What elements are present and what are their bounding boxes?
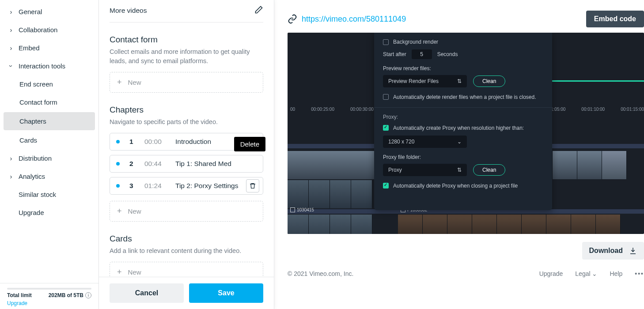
auto-delete-proxy-checkbox[interactable]: Automatically delete Proxy when closing … [383,182,543,190]
nav-collaboration[interactable]: ›Collaboration [0,21,98,39]
upgrade-link[interactable]: Upgrade [7,300,91,306]
preview-pane: https://vimeo.com/580111049 Embed code 0… [274,0,644,309]
proxy-folder-select[interactable]: Proxy⇅ [383,164,467,176]
delete-tooltip: Delete [234,137,265,151]
more-icon[interactable]: ••• [635,270,644,277]
add-card-button[interactable]: +New [110,262,263,277]
add-contact-form-button[interactable]: +New [110,72,263,93]
nav-contact-form[interactable]: Contact form [0,93,98,111]
storage-footer: Total limit202MB of 5TBi Upgrade [0,283,98,309]
clip-thumb [447,215,472,234]
video-url[interactable]: https://vimeo.com/580111049 [302,15,406,24]
clip-thumb [571,215,596,234]
limit-value: 202MB of 5TB [49,292,83,298]
clip-thumb [497,215,522,234]
background-render-checkbox[interactable]: Background render [383,39,543,45]
nav-distribution[interactable]: ›Distribution [0,149,98,167]
clip-thumb [309,215,330,234]
chevron-down-icon: ⌄ [457,139,462,145]
footer-upgrade[interactable]: Upgrade [539,270,563,277]
nav-analytics[interactable]: ›Analytics [0,167,98,185]
save-button[interactable]: Save [189,283,263,303]
clean-proxy-button[interactable]: Clean [473,164,505,176]
chapter-row[interactable]: 2 00:44 Tip 1: Shared Med Delete [110,155,263,173]
nav-general[interactable]: ›General [0,3,98,21]
chapters-desc: Navigate to specific parts of the video. [110,117,263,127]
clip-thumb [553,151,577,179]
delete-chapter-button[interactable] [246,179,259,192]
timeline-ruler: 00:01:05:0000:01:10:0000:01:15:00 [542,107,644,115]
info-icon[interactable]: i [85,292,91,298]
playhead-bar [551,80,644,82]
chapter-row[interactable]: 3 01:24 Tip 2: Porxy Settings [110,177,263,195]
clip-thumb [472,215,497,234]
auto-delete-render-checkbox[interactable]: Automatically delete render files when a… [383,94,543,101]
nav-chapters[interactable]: Chapters [4,112,95,130]
clip-label: 1030415 [290,207,314,212]
trash-icon [249,182,256,189]
preview-render-select[interactable]: Preview Render Files⇅ [383,75,467,87]
nav-cards[interactable]: Cards [0,131,98,149]
footer-legal[interactable]: Legal ⌄ [575,270,597,277]
nav-interaction-tools[interactable]: ›Interaction tools [0,57,98,75]
chapters-title: Chapters [110,105,263,115]
clip-thumb [288,215,309,234]
clip-thumb [596,215,621,234]
clip-thumb [423,215,447,234]
video-player[interactable]: 0000:00:25:0000:00:30:0000:00:35:00 00:0… [288,33,644,234]
chapter-list: 1 00:00 Introduction 2 00:44 Tip 1: Shar… [110,133,263,195]
clip-thumb [522,215,546,234]
footer-help[interactable]: Help [610,270,622,277]
resolution-select[interactable]: 1280 x 720⌄ [383,136,467,148]
cards-title: Cards [110,234,263,244]
chevron-right-icon: › [8,44,14,52]
clip-thumb [546,215,571,234]
image-icon [290,207,295,212]
clip-thumb [398,215,423,234]
chapter-dot-icon [116,162,120,166]
chapter-dot-icon [116,184,120,188]
nav-end-screen[interactable]: End screen [0,75,98,93]
limit-label: Total limit [7,292,32,298]
copyright: © 2021 Vimeo.com, Inc. [288,270,353,277]
link-icon [288,14,297,24]
add-chapter-button[interactable]: +New [110,201,263,222]
plus-icon: + [117,78,122,87]
nav-embed[interactable]: ›Embed [0,39,98,57]
chevron-down-icon: › [8,63,15,69]
nav-upgrade[interactable]: Upgrade [0,203,98,222]
page-footer: © 2021 Vimeo.com, Inc. Upgrade Legal ⌄ H… [288,260,644,277]
clip-thumb [351,215,372,234]
edit-icon[interactable] [254,5,263,16]
nav-similar-stock[interactable]: Similar stock [0,185,98,203]
settings-panel: More videos Contact form Collect emails … [99,0,274,309]
sidebar: ›General ›Collaboration ›Embed ›Interact… [0,0,99,309]
chevron-right-icon: › [8,154,14,162]
auto-proxy-checkbox[interactable]: Automatically create Proxy when resoluti… [383,124,543,132]
clip-thumb [330,180,351,208]
clip-thumb [577,151,602,179]
clip-thumb [288,180,309,208]
cards-desc: Add a link to relevant content during th… [110,246,263,256]
storage-bar [7,288,91,290]
render-settings-panel: Background render Start afterSeconds Pre… [374,33,552,210]
embed-code-button[interactable]: Embed code [586,11,644,27]
contact-form-desc: Collect emails and more information to g… [110,47,263,66]
clip-thumb [309,180,330,208]
contact-form-title: Contact form [110,35,263,45]
start-after-input[interactable] [412,49,432,59]
clip-thumb [602,151,627,179]
download-button[interactable]: Download [582,242,644,260]
chevron-down-icon: ⌄ [592,270,597,277]
download-icon [629,247,637,255]
chapter-dot-icon [116,140,120,143]
chevron-right-icon: › [8,8,14,15]
cancel-button[interactable]: Cancel [110,283,184,303]
plus-icon: + [117,207,122,216]
clean-render-button[interactable]: Clean [473,75,505,87]
updown-icon: ⇅ [457,167,462,173]
clip-thumb [351,180,372,208]
updown-icon: ⇅ [457,78,462,84]
chevron-right-icon: › [8,26,14,34]
plus-icon: + [117,268,122,277]
